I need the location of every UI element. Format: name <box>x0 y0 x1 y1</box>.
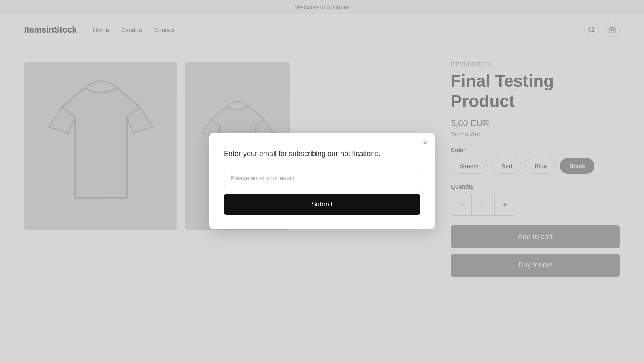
modal-submit-button[interactable]: Submit <box>224 194 420 215</box>
email-modal: × Enter your email for subscribing our n… <box>209 133 435 229</box>
modal-title: Enter your email for subscribing our not… <box>224 149 420 159</box>
modal-close-button[interactable]: × <box>423 138 427 146</box>
email-input[interactable] <box>224 169 420 187</box>
modal-overlay: × Enter your email for subscribing our n… <box>0 0 644 359</box>
